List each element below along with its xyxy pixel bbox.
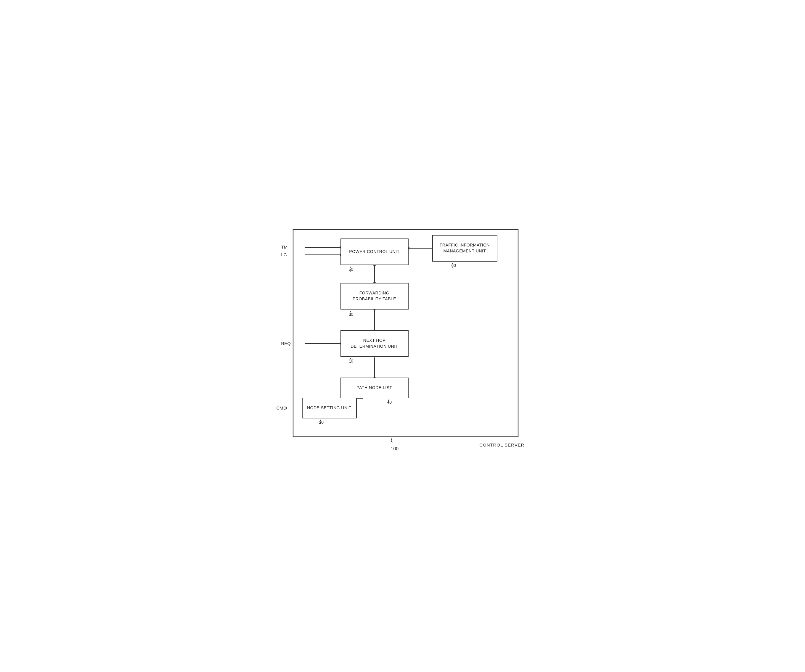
ref-50: 50	[349, 267, 353, 272]
ref-100: 100	[391, 446, 399, 452]
power-control-unit: POWER CONTROL UNIT	[340, 239, 409, 265]
ref-60: 60	[452, 263, 456, 268]
cmd-label: CMD	[276, 405, 287, 410]
path-node-label: PATH NODE LIST	[356, 385, 392, 391]
ref-40: 40	[387, 400, 392, 405]
node-setting-unit: NODE SETTING UNIT	[302, 398, 357, 418]
node-setting-label: NODE SETTING UNIT	[307, 405, 352, 411]
lc-label: LC	[281, 252, 287, 257]
traffic-info-label: TRAFFIC INFORMATIONMANAGEMENT UNIT	[440, 243, 490, 254]
path-node-unit: PATH NODE LIST	[340, 378, 409, 398]
next-hop-unit: NEXT HOPDETERMINATION UNIT	[340, 330, 409, 357]
next-hop-label: NEXT HOPDETERMINATION UNIT	[350, 338, 398, 349]
traffic-info-unit: TRAFFIC INFORMATIONMANAGEMENT UNIT	[432, 235, 498, 262]
control-server-label: CONTROL SERVER	[479, 443, 524, 447]
power-control-label: POWER CONTROL UNIT	[349, 249, 399, 255]
req-label: REQ	[281, 341, 291, 346]
forwarding-prob-unit: FORWARDINGPROBABILITY TABLE	[340, 283, 409, 310]
ref-20: 20	[319, 420, 324, 425]
forwarding-prob-label: FORWARDINGPROBABILITY TABLE	[353, 290, 396, 302]
tm-label: TM	[281, 244, 288, 249]
diagram-container: POWER CONTROL UNIT TRAFFIC INFORMATIONMA…	[275, 221, 530, 452]
ref-30: 30	[349, 312, 353, 316]
ref-10: 10	[349, 359, 353, 363]
